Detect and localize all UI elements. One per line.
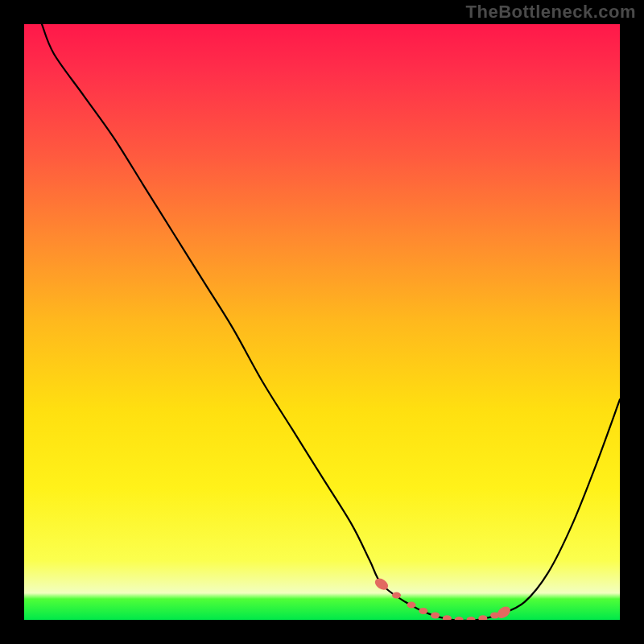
marker-end-icon — [373, 576, 390, 592]
marker-dot-icon — [467, 617, 476, 620]
marker-dot-icon — [419, 608, 427, 614]
optimal-range-markers — [24, 24, 620, 620]
marker-dot-icon — [443, 615, 452, 620]
watermark-text: TheBottleneck.com — [466, 2, 636, 23]
marker-dot-icon — [478, 615, 487, 620]
marker-dot-icon — [431, 612, 440, 618]
chart-frame: TheBottleneck.com — [0, 0, 644, 644]
plot-area — [24, 24, 620, 620]
marker-dot-icon — [455, 617, 464, 620]
marker-dot-icon — [407, 602, 416, 609]
marker-dot-icon — [392, 592, 401, 598]
